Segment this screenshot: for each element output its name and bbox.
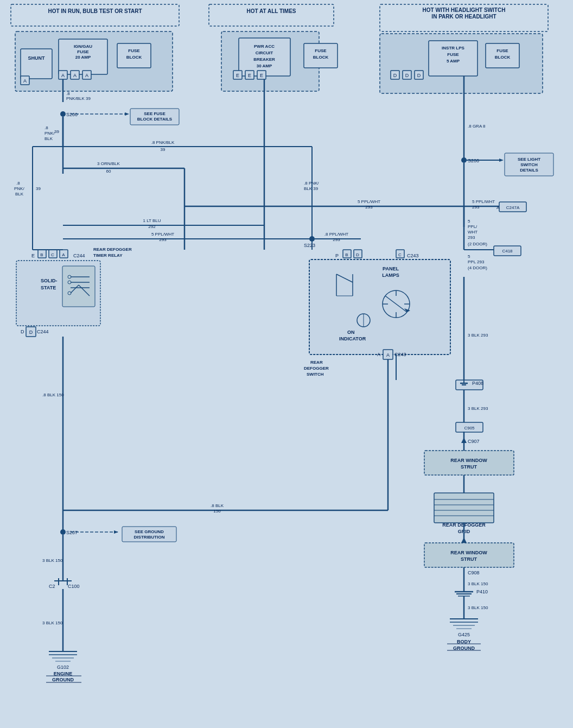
- svg-text:DETAILS: DETAILS: [520, 168, 538, 173]
- svg-text:S223: S223: [304, 243, 315, 248]
- svg-text:293: 293: [365, 205, 373, 210]
- svg-text:HOT AT ALL TIMES: HOT AT ALL TIMES: [246, 8, 296, 14]
- svg-text:SWITCH: SWITCH: [307, 372, 324, 377]
- svg-text:D: D: [29, 330, 33, 335]
- svg-text:BREAKER: BREAKER: [253, 57, 275, 62]
- svg-text:LAMPS: LAMPS: [382, 273, 399, 278]
- svg-text:FUSE: FUSE: [447, 52, 459, 57]
- svg-text:3 BLK 150: 3 BLK 150: [42, 621, 63, 625]
- svg-text:39: 39: [161, 147, 165, 152]
- svg-text:E: E: [248, 73, 251, 78]
- svg-text:D: D: [405, 73, 409, 78]
- svg-text:C244: C244: [37, 329, 49, 334]
- svg-text:SOLID-: SOLID-: [41, 278, 58, 283]
- svg-text:C418: C418: [502, 249, 513, 254]
- svg-text:PPL/: PPL/: [468, 224, 478, 229]
- svg-text:SHUNT: SHUNT: [28, 55, 46, 61]
- svg-text:5: 5: [468, 219, 470, 224]
- svg-point-109: [309, 236, 315, 242]
- svg-text:3 BLK 150: 3 BLK 150: [42, 558, 63, 563]
- svg-text:C244: C244: [73, 253, 85, 258]
- svg-text:A: A: [85, 73, 88, 78]
- svg-text:293: 293: [333, 237, 340, 242]
- svg-text:C: C: [51, 252, 54, 257]
- svg-text:BLOCK: BLOCK: [313, 55, 329, 60]
- svg-text:D: D: [417, 73, 421, 78]
- svg-point-58: [60, 111, 66, 117]
- svg-text:.8: .8: [44, 125, 48, 130]
- svg-text:FUSE: FUSE: [496, 48, 508, 53]
- svg-text:20 AMP: 20 AMP: [75, 55, 91, 60]
- svg-text:5 PPL/WHT: 5 PPL/WHT: [151, 232, 174, 237]
- svg-text:.8 PNK/BLK: .8 PNK/BLK: [151, 140, 175, 145]
- svg-text:G102: G102: [57, 664, 69, 670]
- svg-text:60: 60: [106, 169, 111, 174]
- svg-text:292: 292: [148, 224, 156, 229]
- svg-text:DEFOGGER: DEFOGGER: [304, 366, 329, 371]
- svg-text:DISTRIBUTION: DISTRIBUTION: [134, 535, 165, 540]
- svg-text:SEE GROUND: SEE GROUND: [135, 529, 164, 534]
- svg-text:B: B: [345, 252, 348, 257]
- svg-text:PNK/BLK 39: PNK/BLK 39: [66, 96, 91, 101]
- svg-text:1 LT BLU: 1 LT BLU: [143, 218, 161, 223]
- svg-text:A: A: [377, 352, 380, 357]
- svg-text:.8 BLK: .8 BLK: [211, 503, 224, 508]
- svg-text:A: A: [386, 352, 390, 358]
- svg-text:REAR: REAR: [310, 360, 323, 365]
- wiring-diagram: HOT IN RUN, BULB TEST OR START HOT AT AL…: [0, 0, 573, 728]
- svg-text:P408: P408: [472, 381, 483, 386]
- svg-text:G425: G425: [458, 632, 470, 637]
- svg-text:STRUT: STRUT: [461, 556, 477, 562]
- svg-text:3 BLK 293: 3 BLK 293: [468, 333, 488, 338]
- svg-text:A: A: [73, 73, 77, 78]
- svg-text:E: E: [236, 73, 239, 78]
- svg-text:PWR ACC: PWR ACC: [254, 44, 275, 49]
- svg-text:E: E: [31, 253, 35, 258]
- svg-text:STATE: STATE: [41, 285, 56, 290]
- svg-text:A: A: [23, 78, 27, 84]
- svg-text:.8 PPL/WHT: .8 PPL/WHT: [324, 232, 349, 237]
- svg-text:5 AMP: 5 AMP: [447, 59, 460, 64]
- svg-text:C907: C907: [468, 439, 480, 444]
- svg-text:5 PPL/WHT: 5 PPL/WHT: [472, 199, 495, 204]
- svg-text:BLK 39: BLK 39: [304, 186, 319, 191]
- svg-text:C908: C908: [468, 570, 480, 575]
- svg-text:BLOCK: BLOCK: [495, 55, 511, 60]
- svg-text:FUSE: FUSE: [77, 49, 89, 54]
- svg-text:5 PPL/WHT: 5 PPL/WHT: [358, 199, 380, 204]
- svg-text:.8 BLK 150: .8 BLK 150: [42, 393, 64, 397]
- svg-text:C: C: [398, 252, 402, 257]
- svg-text:39: 39: [36, 186, 41, 191]
- svg-text:C905: C905: [464, 426, 475, 431]
- svg-text:HOT IN RUN, BULB TEST OR START: HOT IN RUN, BULB TEST OR START: [48, 8, 142, 14]
- svg-text:BLOCK DETAILS: BLOCK DETAILS: [137, 117, 173, 122]
- svg-text:E: E: [260, 73, 263, 78]
- svg-rect-148: [309, 259, 450, 354]
- svg-text:WHT: WHT: [468, 230, 478, 235]
- svg-text:IN PARK OR HEADLIGHT: IN PARK OR HEADLIGHT: [431, 14, 496, 20]
- svg-text:REAR WINDOW: REAR WINDOW: [450, 458, 487, 463]
- svg-text:A: A: [496, 205, 500, 210]
- svg-text:(2 DOOR): (2 DOOR): [468, 242, 487, 246]
- svg-text:.8 GRA 8: .8 GRA 8: [468, 124, 486, 129]
- svg-rect-127: [62, 266, 95, 307]
- svg-rect-0: [0, 0, 573, 728]
- svg-text:SEE LIGHT: SEE LIGHT: [518, 157, 540, 162]
- svg-text:SWITCH: SWITCH: [520, 162, 538, 167]
- svg-text:A: A: [62, 252, 65, 257]
- svg-text:BLK: BLK: [15, 192, 24, 197]
- svg-text:FUSE: FUSE: [128, 48, 140, 53]
- svg-text:FUSE: FUSE: [315, 48, 327, 53]
- svg-text:(4 DOOR): (4 DOOR): [468, 265, 487, 270]
- svg-text:REAR DEFOGGER: REAR DEFOGGER: [93, 247, 132, 252]
- svg-text:D: D: [393, 73, 397, 78]
- svg-text:S207: S207: [66, 530, 78, 535]
- svg-text:SEE FUSE: SEE FUSE: [144, 111, 165, 116]
- svg-text:IGN/GAU: IGN/GAU: [74, 44, 92, 49]
- svg-text:ON: ON: [347, 330, 355, 335]
- svg-text:CIRCUIT: CIRCUIT: [256, 50, 273, 55]
- svg-rect-9: [21, 49, 52, 79]
- svg-text:GROUND: GROUND: [52, 677, 74, 682]
- svg-text:PPL 293: PPL 293: [468, 259, 485, 264]
- svg-text:3 BLK 150: 3 BLK 150: [468, 605, 488, 610]
